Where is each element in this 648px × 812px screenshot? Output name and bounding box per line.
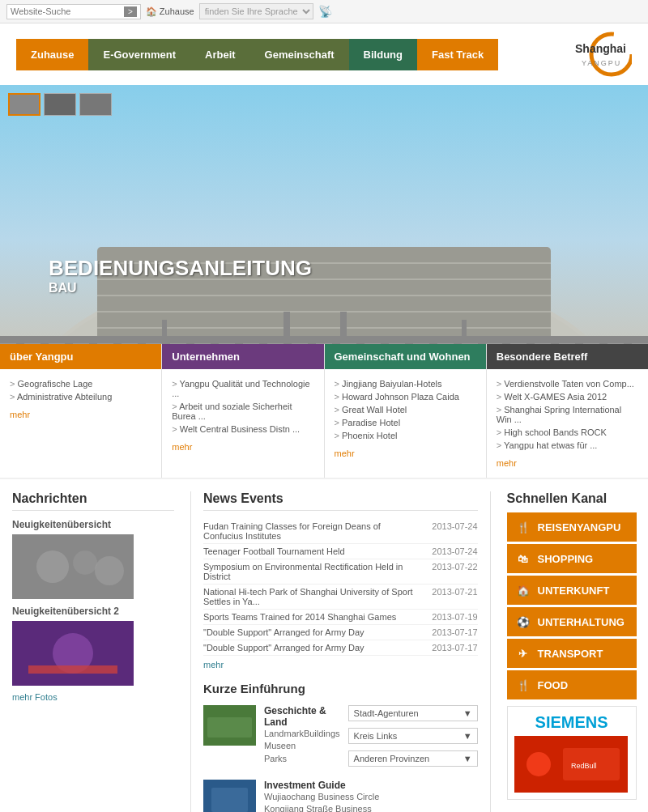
more-link-2[interactable]: mehr [172, 442, 313, 452]
home-icon: 🏠 [146, 6, 157, 17]
grid-link-4-2[interactable]: Welt X-GAMES Asia 2012 [497, 390, 638, 403]
kanal-btn-4[interactable]: ✈TRANSPORT [507, 639, 637, 668]
einfuhrung-img-2 [203, 780, 256, 812]
einfuhrung-item-1: Geschichte & Land LandmarkBuildings Muse… [203, 705, 478, 770]
grid-link-4-1[interactable]: Verdienstvolle Taten von Comp... [497, 377, 638, 390]
news-section: Nachrichten Neuigkeitenübersicht Neuigke… [0, 479, 648, 812]
grid-link-1-1[interactable]: Geografische Lage [10, 377, 151, 390]
more-link-1[interactable]: mehr [10, 410, 151, 419]
news-text-2[interactable]: Symposium on Environmental Rectification… [203, 562, 417, 581]
grid-col-1: über Yangpu Geografische Lage Administra… [0, 344, 162, 478]
news-thumb-2 [12, 621, 134, 686]
kanal-btn-3[interactable]: ⚽UNTERHALTUNG [507, 607, 637, 636]
news-center: News Events Fudan Training Classes for F… [190, 491, 491, 812]
kanal-label-4: TRANSPORT [538, 648, 603, 660]
svg-rect-24 [28, 665, 117, 674]
kanal-icon-3: ⚽ [515, 614, 531, 630]
hero-thumb-3[interactable] [79, 93, 112, 116]
grid-link-3-1[interactable]: Jingjiang Baiyulan-Hotels [335, 377, 476, 390]
more-fotos-link[interactable]: mehr Fotos [12, 692, 174, 702]
grid-link-2-1[interactable]: Yangpu Qualität und Technologie ... [172, 377, 313, 400]
home-label: Zuhause [160, 6, 194, 16]
kanal-btn-2[interactable]: 🏠UNTERKUNFT [507, 576, 637, 605]
select-kreis[interactable]: Kreis Links ▼ [348, 728, 478, 744]
news-thumb-1 [12, 534, 134, 599]
logo-svg: Shanghai YANGPU [567, 30, 632, 79]
nav-fasttrack[interactable]: Fast Track [417, 39, 498, 70]
home-link[interactable]: 🏠 Zuhause [146, 6, 194, 17]
select-anderen[interactable]: Anderen Provinzen ▼ [348, 750, 478, 767]
rss-icon: 📡 [318, 5, 332, 18]
ad-img-svg: RedBull [514, 736, 628, 793]
ad-image: RedBull [514, 736, 628, 793]
nav-arbeit[interactable]: Arbeit [190, 39, 250, 70]
hero-section: BEDIENUNGSANLEITUNG BAU [0, 85, 648, 344]
kanal-label-1: SHOPPING [538, 553, 594, 565]
grid-link-3-5[interactable]: Phoenix Hotel [335, 429, 476, 442]
hero-title: BEDIENUNGSANLEITUNG [49, 256, 312, 281]
news-item-1-title: Neuigkeitenübersicht [12, 519, 174, 530]
svg-text:Shanghai: Shanghai [575, 42, 626, 55]
kanal-icon-1: 🛍 [515, 551, 531, 567]
chevron-down-icon-3: ▼ [463, 754, 472, 763]
search-input[interactable] [11, 6, 124, 16]
kanal-label-3: UNTERHALTUNG [538, 616, 625, 628]
search-button[interactable]: > [124, 6, 137, 17]
grid-col-4: Besondere Betreff Verdienstvolle Taten v… [487, 344, 648, 478]
einfuhrung-content-2: Investment Guide Wujiaochang Business Ci… [264, 780, 478, 812]
news-date-0: 2013-07-24 [417, 521, 478, 541]
grid-header-1: über Yangpu [0, 344, 161, 369]
news-date-4: 2013-07-19 [417, 612, 478, 622]
news-row-6: "Double Support" Arranged for Army Day20… [203, 640, 478, 656]
news-text-3[interactable]: National Hi-tech Park of Shanghai Univer… [203, 587, 417, 606]
news-more-link[interactable]: mehr [203, 660, 478, 670]
svg-rect-26 [207, 717, 252, 738]
chevron-down-icon-2: ▼ [463, 731, 472, 741]
kanal-btn-5[interactable]: 🍴FOOD [507, 670, 637, 699]
einfuhrung-heading-1: Geschichte & Land [264, 705, 340, 728]
hero-thumb-2[interactable] [44, 93, 76, 116]
more-link-4[interactable]: mehr [497, 458, 638, 468]
einfuhrung-text-1-2: Museen [264, 740, 340, 752]
news-text-6[interactable]: "Double Support" Arranged for Army Day [203, 643, 417, 653]
kanal-label-5: FOOD [538, 679, 569, 691]
hero-thumb-1[interactable] [8, 93, 40, 116]
grid-link-4-4[interactable]: High school Bands ROCK [497, 426, 638, 439]
einfuhrung-thumb-2 [203, 780, 256, 812]
news-text-0[interactable]: Fudan Training Classes for Foreign Deans… [203, 521, 417, 541]
einfuhrung-item-2: Investment Guide Wujiaochang Business Ci… [203, 780, 478, 812]
nav-egovernment[interactable]: E-Government [88, 39, 190, 70]
top-bar: > 🏠 Zuhause finden Sie Ihre Sprache 📡 [0, 0, 648, 23]
news-date-1: 2013-07-24 [417, 546, 478, 556]
news-text-4[interactable]: Sports Teams Trained for 2014 Shanghai G… [203, 612, 417, 622]
nav-gemeinschaft[interactable]: Gemeinschaft [250, 39, 349, 70]
svg-rect-16 [0, 336, 648, 344]
grid-link-3-4[interactable]: Paradise Hotel [335, 416, 476, 429]
kanal-icon-4: ✈ [515, 645, 531, 661]
select-stadt[interactable]: Stadt-Agenturen ▼ [348, 705, 478, 721]
kanal-title: Schnellen Kanal [507, 491, 637, 506]
ad-siemens-box: SIEMENS RedBull [507, 706, 637, 800]
nachrichten-title: Nachrichten [12, 491, 174, 511]
kanal-btn-1[interactable]: 🛍SHOPPING [507, 544, 637, 573]
grid-link-4-3[interactable]: Shanghai Spring International Win ... [497, 403, 638, 426]
grid-link-3-3[interactable]: Great Wall Hotel [335, 403, 476, 416]
language-select[interactable]: finden Sie Ihre Sprache [199, 3, 313, 19]
svg-point-32 [526, 752, 551, 776]
grid-link-2-2[interactable]: Arbeit und soziale Sicherheit Burea ... [172, 400, 313, 423]
nav-zuhause[interactable]: Zuhause [16, 39, 88, 70]
kanal-btn-0[interactable]: 🍴REISENYANGPU [507, 512, 637, 542]
news-date-6: 2013-07-17 [417, 643, 478, 653]
svg-text:RedBull: RedBull [571, 762, 597, 770]
grid-header-3: Gemeinschaft und Wohnen [325, 344, 486, 369]
grid-link-3-2[interactable]: Howard Johnson Plaza Caida [335, 390, 476, 403]
news-text-1[interactable]: Teenager Football Tournament Held [203, 546, 417, 556]
nav-bildung[interactable]: Bildung [349, 39, 417, 70]
grid-link-1-2[interactable]: Administrative Abteilung [10, 390, 151, 403]
grid-link-4-5[interactable]: Yangpu hat etwas für ... [497, 439, 638, 452]
grid-link-2-3[interactable]: Welt Central Business Distn ... [172, 423, 313, 436]
svg-point-20 [73, 551, 97, 575]
news-text-5[interactable]: "Double Support" Arranged for Army Day [203, 627, 417, 637]
more-link-3[interactable]: mehr [335, 449, 476, 458]
kanal-icon-2: 🏠 [515, 582, 531, 598]
